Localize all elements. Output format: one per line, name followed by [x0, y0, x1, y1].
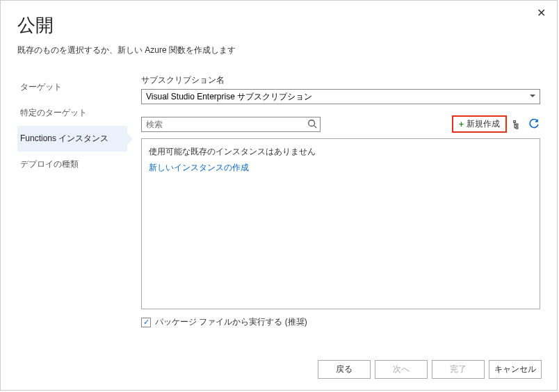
plus-icon: +: [459, 120, 464, 129]
subscription-value: Visual Studio Enterprise サブスクリプション: [146, 92, 312, 101]
nav-item-deploy-type[interactable]: デプロイの種類: [17, 152, 127, 177]
svg-rect-4: [516, 126, 518, 129]
step-nav: ターゲット 特定のターゲット Functions インスタンス デプロイの種類: [17, 74, 127, 328]
page-title: 公開: [17, 13, 540, 38]
run-from-package-checkbox[interactable]: ✓: [141, 318, 151, 327]
svg-rect-3: [516, 124, 518, 126]
search-input[interactable]: [141, 117, 321, 132]
new-button[interactable]: + 新規作成: [452, 115, 507, 133]
instances-listbox[interactable]: 使用可能な既存のインスタンスはありません 新しいインスタンスの作成: [141, 138, 540, 309]
run-from-package-label: パッケージ ファイルから実行する (推奨): [155, 316, 307, 328]
finish-button: 完了: [432, 360, 485, 379]
svg-rect-2: [514, 120, 516, 122]
back-button[interactable]: 戻る: [318, 360, 371, 379]
next-button: 次へ: [375, 360, 428, 379]
chevron-down-icon: [530, 95, 535, 97]
nav-item-target[interactable]: ターゲット: [17, 74, 127, 100]
nav-item-specific-target[interactable]: 特定のターゲット: [17, 100, 127, 126]
close-icon[interactable]: ✕: [537, 8, 546, 19]
create-instance-link[interactable]: 新しいインスタンスの作成: [149, 163, 249, 172]
new-button-label: 新規作成: [467, 118, 500, 130]
page-subtitle: 既存のものを選択するか、新しい Azure 関数を作成します: [17, 44, 540, 56]
refresh-icon[interactable]: [528, 117, 540, 131]
nav-item-functions-instance[interactable]: Functions インスタンス: [17, 126, 127, 152]
tree-view-icon[interactable]: [511, 117, 524, 131]
subscription-select[interactable]: Visual Studio Enterprise サブスクリプション: [141, 89, 540, 104]
instances-empty-text: 使用可能な既存のインスタンスはありません: [149, 146, 533, 158]
cancel-button[interactable]: キャンセル: [489, 360, 542, 379]
subscription-label: サブスクリプション名: [141, 74, 540, 86]
